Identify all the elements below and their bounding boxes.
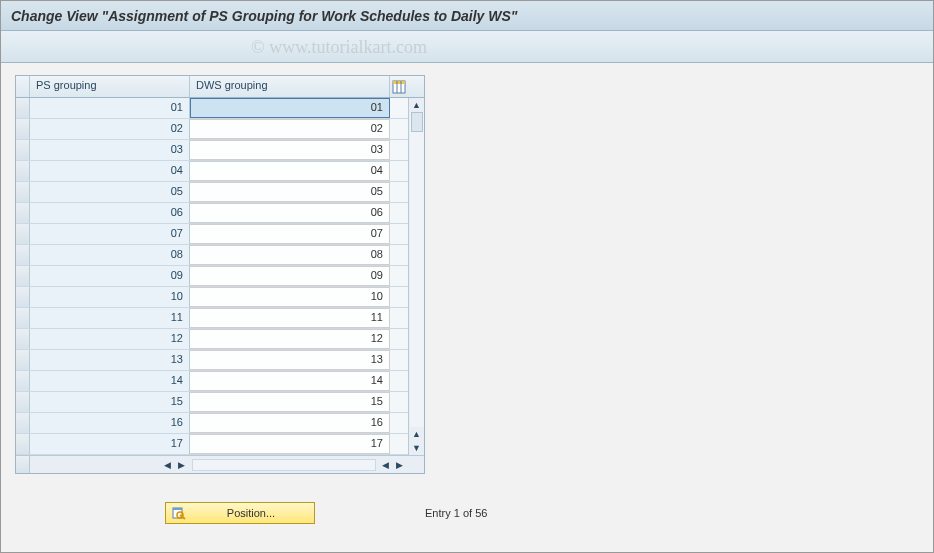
table-body: 0101 0202 0303 0404 0505 0606 0707 0808 … — [16, 98, 424, 455]
hscroll-track[interactable] — [192, 459, 376, 471]
position-button-label: Position... — [194, 507, 308, 519]
table-row: 0909 — [16, 266, 424, 287]
hscroll-spacer — [16, 456, 30, 473]
table-row: 0505 — [16, 182, 424, 203]
row-selector[interactable] — [16, 287, 30, 307]
cell-dws-grouping[interactable]: 13 — [190, 350, 390, 370]
row-selector[interactable] — [16, 308, 30, 328]
table-row: 1717 — [16, 434, 424, 455]
table-row: 0707 — [16, 224, 424, 245]
cell-dws-grouping[interactable]: 16 — [190, 413, 390, 433]
horizontal-scrollbar: ◀ ▶ ◀ ▶ — [16, 455, 424, 473]
row-selector[interactable] — [16, 182, 30, 202]
table-row: 0606 — [16, 203, 424, 224]
cell-dws-grouping[interactable]: 03 — [190, 140, 390, 160]
table-row: 1212 — [16, 329, 424, 350]
table-settings-icon — [392, 80, 406, 94]
cell-dws-grouping[interactable]: 14 — [190, 371, 390, 391]
table-row: 0202 — [16, 119, 424, 140]
scroll-up-step-icon[interactable]: ▲ — [410, 427, 424, 441]
cell-dws-grouping[interactable]: 12 — [190, 329, 390, 349]
grouping-table: PS grouping DWS grouping 0101 0202 0303 … — [15, 75, 425, 474]
row-selector[interactable] — [16, 350, 30, 370]
cell-ps-grouping: 02 — [30, 119, 190, 139]
cell-ps-grouping: 15 — [30, 392, 190, 412]
column-header-dws-grouping[interactable]: DWS grouping — [190, 76, 390, 97]
cell-ps-grouping: 12 — [30, 329, 190, 349]
row-selector[interactable] — [16, 245, 30, 265]
cell-ps-grouping: 16 — [30, 413, 190, 433]
row-selector[interactable] — [16, 140, 30, 160]
row-selector[interactable] — [16, 392, 30, 412]
cell-ps-grouping: 05 — [30, 182, 190, 202]
table-row: 1414 — [16, 371, 424, 392]
row-selector[interactable] — [16, 98, 30, 118]
scroll-left-icon[interactable]: ◀ — [378, 458, 392, 472]
cell-dws-grouping[interactable]: 08 — [190, 245, 390, 265]
table-row: 1515 — [16, 392, 424, 413]
table-row: 1111 — [16, 308, 424, 329]
cell-ps-grouping: 03 — [30, 140, 190, 160]
cell-ps-grouping: 11 — [30, 308, 190, 328]
table-row: 0808 — [16, 245, 424, 266]
cell-ps-grouping: 13 — [30, 350, 190, 370]
column-header-ps-grouping[interactable]: PS grouping — [30, 76, 190, 97]
row-selector[interactable] — [16, 371, 30, 391]
row-selector[interactable] — [16, 224, 30, 244]
row-selector[interactable] — [16, 203, 30, 223]
cell-dws-grouping[interactable]: 10 — [190, 287, 390, 307]
scroll-thumb[interactable] — [411, 112, 423, 132]
cell-dws-grouping[interactable]: 11 — [190, 308, 390, 328]
cell-ps-grouping: 04 — [30, 161, 190, 181]
cell-dws-grouping[interactable]: 04 — [190, 161, 390, 181]
scroll-right-icon[interactable]: ▶ — [392, 458, 406, 472]
cell-dws-grouping[interactable]: 07 — [190, 224, 390, 244]
position-button[interactable]: Position... — [165, 502, 315, 524]
cell-ps-grouping: 08 — [30, 245, 190, 265]
table-row: 1313 — [16, 350, 424, 371]
scroll-left-icon[interactable]: ◀ — [160, 458, 174, 472]
table-row: 1010 — [16, 287, 424, 308]
cell-dws-grouping[interactable]: 09 — [190, 266, 390, 286]
cell-ps-grouping: 07 — [30, 224, 190, 244]
page-title: Change View "Assignment of PS Grouping f… — [1, 1, 933, 31]
cell-dws-grouping[interactable]: 02 — [190, 119, 390, 139]
cell-ps-grouping: 14 — [30, 371, 190, 391]
cell-dws-grouping[interactable]: 05 — [190, 182, 390, 202]
row-selector[interactable] — [16, 266, 30, 286]
cell-ps-grouping: 10 — [30, 287, 190, 307]
cell-ps-grouping: 09 — [30, 266, 190, 286]
footer-row: Position... Entry 1 of 56 — [15, 502, 933, 524]
row-selector[interactable] — [16, 329, 30, 349]
scroll-down-icon[interactable]: ▼ — [410, 441, 424, 455]
scroll-up-icon[interactable]: ▲ — [410, 98, 424, 112]
cell-dws-grouping[interactable]: 06 — [190, 203, 390, 223]
position-icon — [172, 506, 186, 520]
cell-ps-grouping: 06 — [30, 203, 190, 223]
cell-dws-grouping[interactable]: 15 — [190, 392, 390, 412]
row-selector[interactable] — [16, 119, 30, 139]
table-row: 0101 — [16, 98, 424, 119]
table-row: 0404 — [16, 161, 424, 182]
scroll-right-icon[interactable]: ▶ — [174, 458, 188, 472]
table-header-row: PS grouping DWS grouping — [16, 76, 424, 98]
table-row: 1616 — [16, 413, 424, 434]
row-selector-header — [16, 76, 30, 97]
entry-count-text: Entry 1 of 56 — [425, 507, 487, 519]
svg-rect-5 — [173, 508, 182, 510]
row-selector[interactable] — [16, 161, 30, 181]
application-toolbar — [1, 31, 933, 63]
table-settings-button[interactable] — [390, 76, 408, 97]
row-selector[interactable] — [16, 413, 30, 433]
cell-ps-grouping: 01 — [30, 98, 190, 118]
scroll-track[interactable] — [410, 112, 424, 427]
content-area: PS grouping DWS grouping 0101 0202 0303 … — [1, 63, 933, 524]
vertical-scrollbar[interactable]: ▲ ▲ ▼ — [408, 98, 424, 455]
svg-rect-1 — [393, 81, 405, 84]
table-row: 0303 — [16, 140, 424, 161]
row-selector[interactable] — [16, 434, 30, 454]
cell-ps-grouping: 17 — [30, 434, 190, 454]
cell-dws-grouping[interactable]: 01 — [190, 98, 390, 118]
cell-dws-grouping[interactable]: 17 — [190, 434, 390, 454]
